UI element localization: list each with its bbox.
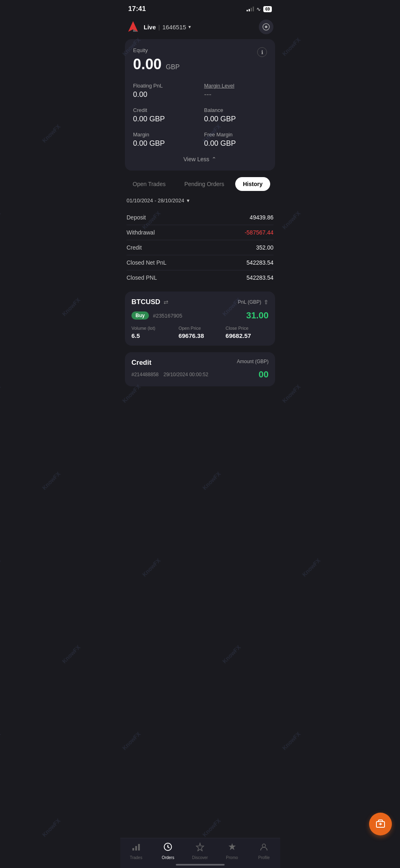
trade-direction-badge: Buy [131, 311, 149, 320]
trade-symbol: BTCUSD [131, 298, 160, 306]
stat-row-credit: Credit 352.00 [127, 240, 273, 255]
tab-pending-orders[interactable]: Pending Orders [177, 177, 232, 191]
volume-value: 6.5 [131, 332, 175, 339]
open-price-value: 69676.38 [179, 332, 222, 339]
tab-history[interactable]: History [235, 177, 270, 191]
credit-entry-header: Credit Amount (GBP) [131, 359, 269, 367]
separator: | [158, 24, 160, 31]
swap-icon: ⇄ [164, 299, 168, 305]
date-range-text: 01/10/2024 - 28/10/2024 [127, 197, 184, 204]
credit-hist-value: 352.00 [256, 244, 273, 251]
pnl-value: 31.00 [246, 310, 269, 321]
equity-currency: GBP [166, 64, 180, 70]
withdrawal-value: -587567.44 [245, 229, 273, 236]
closed-pnl-value: 542283.54 [247, 274, 273, 281]
svg-point-3 [265, 26, 267, 28]
margin-level-label[interactable]: Margin Level [204, 83, 267, 89]
close-price-label: Close Price [225, 326, 269, 331]
withdrawal-label: Withdrawal [127, 229, 155, 236]
tab-open-trades[interactable]: Open Trades [125, 177, 173, 191]
close-price-value: 69682.57 [225, 332, 269, 339]
volume-detail: Volume (lot) 6.5 [131, 326, 175, 339]
balance-label: Balance [204, 107, 267, 113]
credit-value: 0.00 GBP [133, 115, 196, 123]
equity-row: Equity 0.00 GBP ℹ [133, 47, 267, 73]
stat-row-closed-net-pnl: Closed Net PnL 542283.54 [127, 255, 273, 270]
margin-value: 0.00 GBP [133, 139, 196, 148]
credit-hist-label: Credit [127, 244, 142, 251]
share-icon[interactable]: ⇧ [264, 299, 269, 305]
account-type: Live [144, 24, 156, 31]
deposit-label: Deposit [127, 214, 146, 221]
header: Live | 1646515 ▾ [120, 16, 280, 39]
open-price-label: Open Price [179, 326, 222, 331]
balance-value: 0.00 GBP [204, 115, 267, 123]
equity-value: 0.00 [133, 56, 162, 72]
balance-metric: Balance 0.00 GBP [204, 107, 267, 123]
account-info[interactable]: Live | 1646515 ▾ [144, 24, 191, 31]
info-icon[interactable]: ℹ [257, 47, 267, 57]
history-section: 01/10/2024 - 28/10/2024 ▾ Deposit 49439.… [120, 197, 280, 285]
margin-level-metric: Margin Level --- [204, 83, 267, 99]
free-margin-metric: Free Margin 0.00 GBP [204, 132, 267, 148]
trade-details: Volume (lot) 6.5 Open Price 69676.38 Clo… [131, 326, 269, 339]
free-margin-label: Free Margin [204, 132, 267, 138]
history-stats: Deposit 49439.86 Withdrawal -587567.44 C… [127, 210, 273, 285]
chevron-down-icon: ▾ [188, 24, 191, 30]
view-less-button[interactable]: View Less ⌃ [133, 156, 267, 162]
trade-symbol-row: BTCUSD ⇄ [131, 298, 168, 306]
trade-card: BTCUSD ⇄ PnL (GBP) ⇧ Buy #235167905 31.0… [125, 292, 275, 346]
margin-label: Margin [133, 132, 196, 138]
credit-entry-date: 29/10/2024 00:00:52 [164, 372, 208, 377]
open-price-detail: Open Price 69676.38 [179, 326, 222, 339]
trade-info-row: Buy #235167905 31.00 [131, 310, 269, 321]
trade-header: BTCUSD ⇄ PnL (GBP) ⇧ [131, 298, 269, 306]
battery-indicator: 69 [263, 6, 272, 12]
free-margin-value: 0.00 GBP [204, 139, 267, 148]
volume-label: Volume (lot) [131, 326, 175, 331]
stat-row-deposit: Deposit 49439.86 [127, 210, 273, 225]
header-left: Live | 1646515 ▾ [127, 20, 191, 33]
floating-pnl-value: 0.00 [133, 90, 196, 99]
equity-section: Equity 0.00 GBP [133, 47, 179, 73]
close-price-detail: Close Price 69682.57 [225, 326, 269, 339]
status-icons: ∿ 69 [247, 6, 272, 12]
pnl-label: PnL (GBP) [238, 299, 261, 305]
account-card: Equity 0.00 GBP ℹ Floating PnL 0.00 Marg… [125, 39, 275, 171]
floating-pnl-label: Floating PnL [133, 83, 196, 89]
margin-level-value: --- [204, 90, 267, 99]
app-logo [127, 20, 140, 33]
stat-row-withdrawal: Withdrawal -587567.44 [127, 225, 273, 240]
credit-metric: Credit 0.00 GBP [133, 107, 196, 123]
floating-pnl-metric: Floating PnL 0.00 [133, 83, 196, 99]
chevron-up-icon: ⌃ [212, 156, 216, 162]
credit-label: Credit [133, 107, 196, 113]
stat-row-closed-pnl: Closed PNL 542283.54 [127, 270, 273, 285]
credit-entry-card: Credit Amount (GBP) #214488858 29/10/202… [125, 352, 275, 386]
credit-meta: #214488858 29/10/2024 00:00:52 [131, 372, 208, 377]
margin-metric: Margin 0.00 GBP [133, 132, 196, 148]
credit-entry-title: Credit [131, 359, 151, 367]
deposit-value: 49439.86 [250, 214, 273, 221]
pnl-section: PnL (GBP) ⇧ [238, 299, 269, 305]
equity-value-row: 0.00 GBP [133, 56, 179, 73]
wifi-icon: ∿ [256, 6, 261, 12]
equity-label: Equity [133, 47, 179, 53]
metrics-grid: Floating PnL 0.00 Margin Level --- Credi… [133, 83, 267, 148]
credit-entry-id: #214488858 [131, 372, 159, 377]
closed-net-pnl-label: Closed Net PnL [127, 259, 166, 266]
status-bar: 17:41 ∿ 69 [120, 0, 280, 16]
account-number: 1646515 [162, 24, 186, 31]
chevron-down-icon: ▾ [187, 197, 190, 204]
date-range-picker[interactable]: 01/10/2024 - 28/10/2024 ▾ [127, 197, 273, 204]
view-less-label: View Less [184, 156, 210, 162]
closed-net-pnl-value: 542283.54 [247, 259, 273, 266]
tab-bar: Open Trades Pending Orders History [120, 177, 280, 197]
trade-id: #235167905 [153, 313, 182, 319]
credit-entry-amount: 00 [259, 369, 269, 380]
credit-amount-label: Amount (GBP) [237, 359, 269, 364]
status-time: 17:41 [128, 5, 146, 13]
settings-button[interactable] [259, 20, 273, 34]
signal-icon [247, 7, 254, 11]
closed-pnl-label: Closed PNL [127, 274, 157, 281]
